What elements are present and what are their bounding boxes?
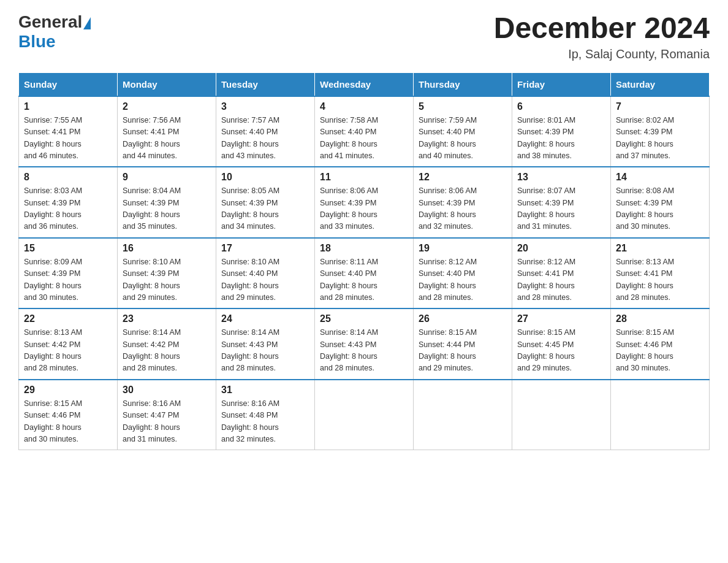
day-info: Sunrise: 8:08 AM Sunset: 4:39 PM Dayligh… [616, 185, 704, 233]
calendar-cell: 8 Sunrise: 8:03 AM Sunset: 4:39 PM Dayli… [19, 167, 118, 238]
logo: General Blue [18, 12, 92, 52]
day-number: 27 [517, 313, 605, 324]
calendar-cell: 28 Sunrise: 8:15 AM Sunset: 4:46 PM Dayl… [611, 308, 710, 380]
calendar-cell: 9 Sunrise: 8:04 AM Sunset: 4:39 PM Dayli… [118, 167, 216, 238]
calendar-cell: 6 Sunrise: 8:01 AM Sunset: 4:39 PM Dayli… [512, 96, 611, 167]
weekday-header-monday: Monday [118, 72, 216, 96]
day-number: 8 [24, 172, 112, 183]
day-number: 20 [517, 243, 605, 254]
calendar-cell: 19 Sunrise: 8:12 AM Sunset: 4:40 PM Dayl… [414, 238, 512, 309]
day-number: 15 [24, 243, 112, 254]
day-info: Sunrise: 8:03 AM Sunset: 4:39 PM Dayligh… [24, 185, 112, 233]
day-number: 1 [24, 101, 112, 112]
calendar-cell: 15 Sunrise: 8:09 AM Sunset: 4:39 PM Dayl… [19, 238, 118, 309]
calendar-cell: 25 Sunrise: 8:14 AM Sunset: 4:43 PM Dayl… [315, 308, 414, 380]
calendar-cell: 2 Sunrise: 7:56 AM Sunset: 4:41 PM Dayli… [118, 96, 216, 167]
day-info: Sunrise: 8:02 AM Sunset: 4:39 PM Dayligh… [616, 115, 704, 163]
day-number: 30 [123, 385, 211, 396]
day-info: Sunrise: 8:01 AM Sunset: 4:39 PM Dayligh… [517, 115, 605, 163]
calendar-cell: 7 Sunrise: 8:02 AM Sunset: 4:39 PM Dayli… [611, 96, 710, 167]
day-number: 12 [419, 172, 507, 183]
calendar-cell [414, 380, 512, 450]
day-info: Sunrise: 8:04 AM Sunset: 4:39 PM Dayligh… [123, 185, 211, 233]
day-number: 2 [123, 101, 211, 112]
day-number: 18 [320, 243, 408, 254]
calendar-cell [512, 380, 611, 450]
day-info: Sunrise: 8:05 AM Sunset: 4:39 PM Dayligh… [221, 185, 309, 233]
day-number: 21 [616, 243, 704, 254]
day-info: Sunrise: 8:16 AM Sunset: 4:48 PM Dayligh… [221, 398, 309, 446]
day-info: Sunrise: 8:14 AM Sunset: 4:42 PM Dayligh… [123, 327, 211, 375]
calendar-cell: 16 Sunrise: 8:10 AM Sunset: 4:39 PM Dayl… [118, 238, 216, 309]
page-header: General Blue December 2024 Ip, Salaj Cou… [18, 12, 710, 61]
day-info: Sunrise: 8:06 AM Sunset: 4:39 PM Dayligh… [419, 185, 507, 233]
weekday-header-row: SundayMondayTuesdayWednesdayThursdayFrid… [19, 72, 710, 96]
day-number: 13 [517, 172, 605, 183]
calendar-week-row: 8 Sunrise: 8:03 AM Sunset: 4:39 PM Dayli… [19, 167, 710, 238]
month-year-title: December 2024 [494, 12, 710, 45]
day-number: 25 [320, 313, 408, 324]
logo-triangle-icon [83, 17, 91, 29]
day-info: Sunrise: 8:15 AM Sunset: 4:46 PM Dayligh… [24, 398, 112, 446]
calendar-cell: 5 Sunrise: 7:59 AM Sunset: 4:40 PM Dayli… [414, 96, 512, 167]
day-number: 3 [221, 101, 309, 112]
day-info: Sunrise: 7:59 AM Sunset: 4:40 PM Dayligh… [419, 115, 507, 163]
day-number: 19 [419, 243, 507, 254]
day-info: Sunrise: 8:14 AM Sunset: 4:43 PM Dayligh… [221, 327, 309, 375]
calendar-cell: 30 Sunrise: 8:16 AM Sunset: 4:47 PM Dayl… [118, 380, 216, 450]
calendar-cell: 21 Sunrise: 8:13 AM Sunset: 4:41 PM Dayl… [611, 238, 710, 309]
day-number: 4 [320, 101, 408, 112]
weekday-header-thursday: Thursday [414, 72, 512, 96]
calendar-cell: 12 Sunrise: 8:06 AM Sunset: 4:39 PM Dayl… [414, 167, 512, 238]
day-info: Sunrise: 7:57 AM Sunset: 4:40 PM Dayligh… [221, 115, 309, 163]
calendar-cell: 14 Sunrise: 8:08 AM Sunset: 4:39 PM Dayl… [611, 167, 710, 238]
calendar-cell: 31 Sunrise: 8:16 AM Sunset: 4:48 PM Dayl… [216, 380, 315, 450]
day-info: Sunrise: 8:06 AM Sunset: 4:39 PM Dayligh… [320, 185, 408, 233]
day-info: Sunrise: 7:58 AM Sunset: 4:40 PM Dayligh… [320, 115, 408, 163]
day-number: 10 [221, 172, 309, 183]
calendar-cell: 29 Sunrise: 8:15 AM Sunset: 4:46 PM Dayl… [19, 380, 118, 450]
weekday-header-sunday: Sunday [19, 72, 118, 96]
day-number: 17 [221, 243, 309, 254]
day-number: 11 [320, 172, 408, 183]
day-info: Sunrise: 7:55 AM Sunset: 4:41 PM Dayligh… [24, 115, 112, 163]
day-number: 29 [24, 385, 112, 396]
calendar-cell: 27 Sunrise: 8:15 AM Sunset: 4:45 PM Dayl… [512, 308, 611, 380]
day-number: 5 [419, 101, 507, 112]
calendar-cell [315, 380, 414, 450]
day-number: 7 [616, 101, 704, 112]
location-subtitle: Ip, Salaj County, Romania [494, 47, 710, 61]
day-info: Sunrise: 8:12 AM Sunset: 4:40 PM Dayligh… [419, 256, 507, 304]
logo-general-text: General [18, 12, 82, 32]
calendar-cell: 18 Sunrise: 8:11 AM Sunset: 4:40 PM Dayl… [315, 238, 414, 309]
day-info: Sunrise: 8:13 AM Sunset: 4:42 PM Dayligh… [24, 327, 112, 375]
day-number: 9 [123, 172, 211, 183]
day-info: Sunrise: 8:12 AM Sunset: 4:41 PM Dayligh… [517, 256, 605, 304]
day-info: Sunrise: 8:13 AM Sunset: 4:41 PM Dayligh… [616, 256, 704, 304]
calendar-cell [611, 380, 710, 450]
day-info: Sunrise: 8:16 AM Sunset: 4:47 PM Dayligh… [123, 398, 211, 446]
day-number: 23 [123, 313, 211, 324]
calendar-cell: 11 Sunrise: 8:06 AM Sunset: 4:39 PM Dayl… [315, 167, 414, 238]
day-info: Sunrise: 7:56 AM Sunset: 4:41 PM Dayligh… [123, 115, 211, 163]
day-number: 24 [221, 313, 309, 324]
day-number: 14 [616, 172, 704, 183]
calendar-cell: 24 Sunrise: 8:14 AM Sunset: 4:43 PM Dayl… [216, 308, 315, 380]
day-info: Sunrise: 8:15 AM Sunset: 4:45 PM Dayligh… [517, 327, 605, 375]
day-info: Sunrise: 8:14 AM Sunset: 4:43 PM Dayligh… [320, 327, 408, 375]
calendar-cell: 17 Sunrise: 8:10 AM Sunset: 4:40 PM Dayl… [216, 238, 315, 309]
calendar-cell: 13 Sunrise: 8:07 AM Sunset: 4:39 PM Dayl… [512, 167, 611, 238]
day-info: Sunrise: 8:10 AM Sunset: 4:39 PM Dayligh… [123, 256, 211, 304]
day-info: Sunrise: 8:15 AM Sunset: 4:44 PM Dayligh… [419, 327, 507, 375]
calendar-week-row: 29 Sunrise: 8:15 AM Sunset: 4:46 PM Dayl… [19, 380, 710, 450]
calendar-week-row: 22 Sunrise: 8:13 AM Sunset: 4:42 PM Dayl… [19, 308, 710, 380]
day-number: 6 [517, 101, 605, 112]
day-number: 31 [221, 385, 309, 396]
calendar-table: SundayMondayTuesdayWednesdayThursdayFrid… [18, 72, 710, 451]
calendar-week-row: 15 Sunrise: 8:09 AM Sunset: 4:39 PM Dayl… [19, 238, 710, 309]
calendar-cell: 20 Sunrise: 8:12 AM Sunset: 4:41 PM Dayl… [512, 238, 611, 309]
calendar-cell: 10 Sunrise: 8:05 AM Sunset: 4:39 PM Dayl… [216, 167, 315, 238]
weekday-header-tuesday: Tuesday [216, 72, 315, 96]
calendar-cell: 22 Sunrise: 8:13 AM Sunset: 4:42 PM Dayl… [19, 308, 118, 380]
title-area: December 2024 Ip, Salaj County, Romania [494, 12, 710, 61]
